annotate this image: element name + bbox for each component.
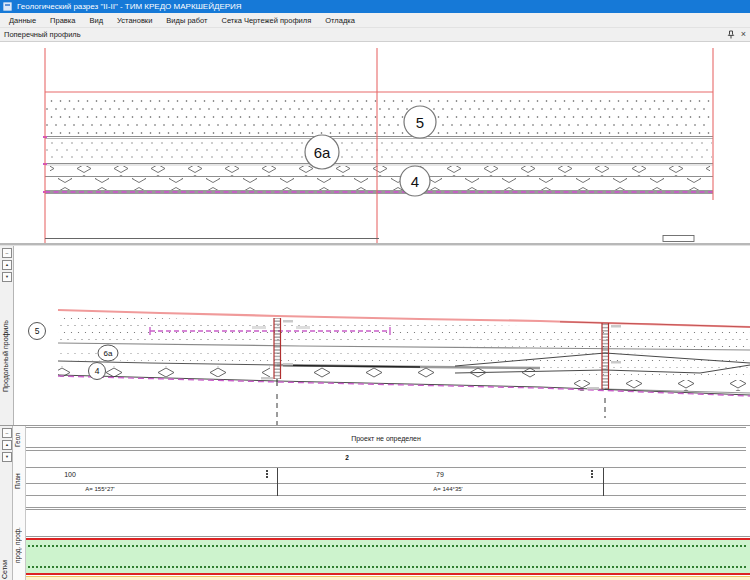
cross-profile-drawing: 5 6а 4 [0,42,750,243]
profile-grid-red-line [26,573,750,575]
grid-section-divider [26,507,746,510]
cross-profile-header: Поперечный профиль × [0,28,750,42]
long-profile-title: Продольный профиль [2,296,12,416]
window-titlebar[interactable]: Геологический разрез "II-II" - ТИМ КРЕДО… [0,0,750,13]
plan-cell-divider [277,468,278,496]
panel-up-button[interactable]: ▲ [2,260,12,270]
long-layer-label-6a: 6а [104,349,113,358]
profile-grid-yellow-band [26,576,750,580]
station-marker-icon [266,470,268,478]
menu-item-view[interactable]: Вид [82,16,110,25]
long-layer-label-4: 4 [95,366,100,376]
menu-item-profile-grid[interactable]: Сетка Чертежей профиля [214,16,318,25]
menu-item-edit[interactable]: Правка [43,16,82,25]
application-window: Геологический разрез "II-II" - ТИМ КРЕДО… [0,0,750,580]
grids-minimize-button[interactable]: – [2,428,12,438]
grid-row-label-plan[interactable]: План [14,456,25,506]
grids-down-button[interactable]: ▼ [2,452,12,462]
menu-bar: Данные Правка Вид Установки Виды работ С… [0,13,750,28]
menu-item-data[interactable]: Данные [2,16,43,25]
green-dotted-line [28,545,746,547]
plan-station-label: 2 [322,454,372,461]
panel-minimize-button[interactable]: – [2,248,12,258]
grid-row-label-prof[interactable]: прод. проф. [14,512,25,578]
long-layer-label-5: 5 [35,326,40,336]
profile-grid-green-band[interactable] [26,540,750,573]
menu-item-settings[interactable]: Установки [110,16,159,25]
cross-profile-panel[interactable]: 5 6а 4 [0,42,750,243]
cross-layer-label-6a: 6а [314,144,331,161]
plan-distance-1: 100 [26,471,114,478]
geology-project-text: Проект не определен [351,435,421,442]
plan-distance-2: 79 [277,471,603,478]
grid-row-label-geol[interactable]: Геол [14,428,25,452]
cross-profile-title: Поперечный профиль [4,30,727,39]
app-icon [3,2,12,11]
plan-cell-divider [603,468,604,496]
grid-row-labels: Геол План прод. проф. [13,426,26,580]
cross-layer-label-4: 4 [411,173,419,190]
geology-project-bar[interactable]: Проект не определен [26,430,746,447]
station-marker-icon [591,470,593,478]
grids-sidebar: – ▲ ▼ Сетки [0,426,13,580]
panel-down-button[interactable]: ▼ [2,272,12,282]
grids-up-button[interactable]: ▲ [2,440,12,450]
cross-layer-label-5: 5 [416,114,424,131]
plan-azimuth-1: А= 155°27' [26,486,174,492]
grids-content: Проект не определен 2 100 79 А= 155°27' … [26,426,750,580]
grids-panel-title: Сетки [1,524,11,579]
window-title: Геологический разрез "II-II" - ТИМ КРЕДО… [17,2,242,11]
close-icon[interactable]: × [741,30,746,39]
long-profile-panel[interactable]: – ▲ ▼ Продольный профиль [0,245,750,425]
menu-item-debug[interactable]: Отладка [318,16,362,25]
long-profile-sidebar: – ▲ ▼ Продольный профиль [0,246,14,425]
menu-item-worktypes[interactable]: Виды работ [159,16,214,25]
green-dotted-line [28,566,746,568]
pin-icon[interactable] [727,30,735,39]
plan-azimuth-2: А= 144°35' [277,486,619,492]
grids-panel[interactable]: – ▲ ▼ Сетки Геол План прод. проф. Проект… [0,425,750,580]
long-profile-drawing: 5 6а 4 [14,246,750,426]
